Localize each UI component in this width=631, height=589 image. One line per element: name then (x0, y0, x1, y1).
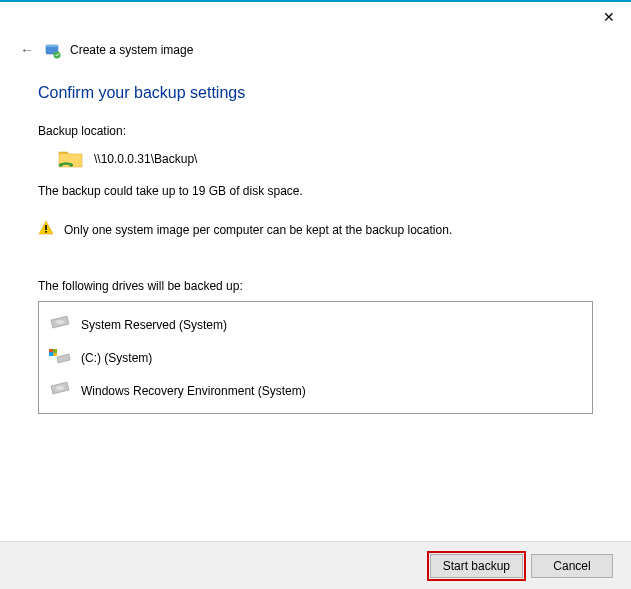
svg-rect-12 (53, 353, 57, 356)
hdd-icon (49, 314, 71, 335)
back-button[interactable]: ← (18, 40, 36, 60)
start-backup-button[interactable]: Start backup (430, 554, 523, 578)
backup-location-path: \\10.0.0.31\Backup\ (94, 152, 197, 166)
warning-row: Only one system image per computer can b… (38, 220, 593, 239)
backup-location-row: \\10.0.0.31\Backup\ (58, 148, 593, 170)
drive-name: (C:) (System) (81, 351, 152, 365)
close-button[interactable]: ✕ (599, 7, 619, 27)
drives-label: The following drives will be backed up: (38, 279, 593, 293)
page-heading: Confirm your backup settings (38, 84, 593, 102)
windows-hdd-icon (49, 347, 71, 368)
drive-row: System Reserved (System) (39, 308, 592, 341)
svg-rect-11 (49, 353, 53, 356)
svg-point-7 (56, 320, 64, 324)
close-icon: ✕ (603, 9, 615, 25)
drives-list: System Reserved (System) (C:) (System) (38, 301, 593, 414)
svg-rect-6 (45, 231, 47, 233)
cancel-button[interactable]: Cancel (531, 554, 613, 578)
drive-name: Windows Recovery Environment (System) (81, 384, 306, 398)
warning-text: Only one system image per computer can b… (64, 223, 452, 237)
content-area: Confirm your backup settings Backup loca… (38, 84, 593, 414)
hdd-icon (49, 380, 71, 401)
system-image-icon (44, 41, 62, 59)
svg-point-3 (59, 163, 63, 167)
svg-point-4 (69, 163, 73, 167)
header-title: Create a system image (70, 43, 193, 57)
svg-point-13 (56, 386, 64, 390)
backup-location-label: Backup location: (38, 124, 593, 138)
drive-name: System Reserved (System) (81, 318, 227, 332)
warning-icon (38, 220, 54, 239)
svg-rect-5 (45, 225, 47, 230)
svg-rect-10 (53, 349, 57, 352)
header: ← Create a system image (18, 40, 193, 60)
svg-rect-9 (49, 349, 53, 352)
drive-row: Windows Recovery Environment (System) (39, 374, 592, 407)
disk-space-text: The backup could take up to 19 GB of dis… (38, 184, 593, 198)
network-folder-icon (58, 148, 84, 170)
svg-rect-1 (46, 45, 58, 47)
drive-row: (C:) (System) (39, 341, 592, 374)
footer: Start backup Cancel (0, 541, 631, 589)
